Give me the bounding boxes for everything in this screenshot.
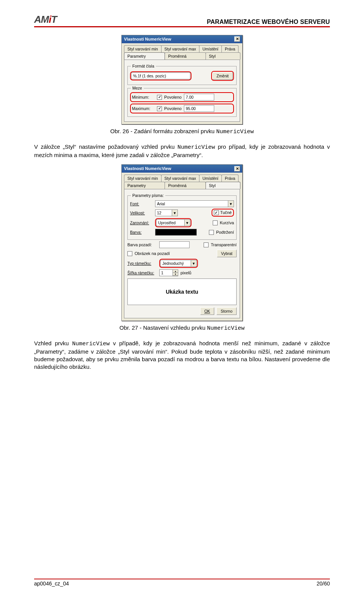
- page-body: Vlastnosti NumericView ✕ Styl varování m…: [34, 35, 330, 371]
- underline-checkbox[interactable]: [209, 230, 214, 235]
- min-label: Minimum:: [132, 94, 155, 100]
- chevron-down-icon[interactable]: ▾: [172, 210, 177, 216]
- underline-label: Podtržení: [216, 230, 234, 235]
- bg-color-swatch[interactable]: [159, 241, 190, 248]
- page-title: PARAMETRIZACE WEBOVÉHO SERVERU: [207, 19, 330, 25]
- bold-label: Tučné: [220, 210, 232, 216]
- tab-promenna[interactable]: Proměnná: [165, 52, 206, 60]
- transparent-checkbox[interactable]: [204, 242, 209, 247]
- dialog-title-2: Vlastnosti NumericView: [124, 166, 171, 171]
- tab-promenna[interactable]: Proměnná: [165, 182, 206, 189]
- min-enabled-label: Povoleno: [164, 94, 182, 100]
- bgimage-checkbox[interactable]: [127, 251, 132, 256]
- tab-prava[interactable]: Práva: [221, 45, 238, 52]
- border-width-label: Šířka rámečku:: [127, 270, 157, 275]
- cancel-button[interactable]: Storno: [217, 307, 237, 315]
- font-label: Font:: [130, 201, 153, 206]
- figure-26-caption: Obr. 26 - Zadání formátu zobrazení prvku…: [34, 127, 330, 136]
- dialog-numericview-params: Vlastnosti NumericView ✕ Styl varování m…: [121, 35, 243, 124]
- footer-doc-id: ap0046_cz_04: [34, 581, 69, 587]
- format-input[interactable]: %.1f (1 des. pozic): [131, 72, 190, 79]
- choose-image-button[interactable]: Vybrat: [217, 250, 237, 257]
- tab-styl[interactable]: Styl: [206, 52, 240, 60]
- tab-umisteni[interactable]: Umístění: [199, 45, 222, 52]
- font-select[interactable]: Arial▾: [155, 200, 234, 207]
- logo: AMiT: [34, 14, 57, 25]
- align-select[interactable]: Uprostřed▾: [156, 219, 190, 226]
- bg-color-label: Barva pozadí:: [127, 242, 157, 247]
- dialog-numericview-styl: Vlastnosti NumericView ✕ Styl varování m…: [121, 164, 243, 321]
- ok-button[interactable]: OK: [200, 307, 214, 315]
- max-label: Maximum:: [132, 106, 155, 111]
- px-label: pixelů: [180, 270, 191, 276]
- tab-styl[interactable]: Styl: [206, 182, 240, 189]
- change-button[interactable]: Změnit: [212, 72, 233, 80]
- tab-parametry[interactable]: Parametry: [124, 182, 165, 189]
- max-enabled-checkbox[interactable]: [157, 106, 162, 111]
- border-width-stepper[interactable]: 1 ▴▾: [159, 269, 178, 276]
- spin-down-icon[interactable]: ▾: [173, 273, 178, 276]
- max-value-input[interactable]: 95.00: [184, 105, 214, 112]
- bgimage-label: Obrázek na pozadí: [135, 251, 170, 256]
- tab-styl-varovani-max[interactable]: Styl varování max: [161, 175, 199, 182]
- tab-styl-varovani-max[interactable]: Styl varování max: [161, 45, 199, 52]
- logo-left: AM: [34, 14, 49, 25]
- min-value-input[interactable]: 7.00: [184, 94, 214, 101]
- paragraph-2: Vzhled prvku NumericView v případě, kdy …: [34, 340, 330, 371]
- text-color-label: Barva:: [130, 230, 153, 235]
- spin-up-icon[interactable]: ▴: [173, 270, 178, 273]
- page-header: AMiT PARAMETRIZACE WEBOVÉHO SERVERU: [34, 14, 330, 27]
- tab-styl-varovani-min[interactable]: Styl varování min: [124, 45, 162, 52]
- max-enabled-label: Povoleno: [164, 106, 182, 112]
- min-enabled-checkbox[interactable]: [157, 95, 162, 100]
- group-format: Formát čísla: [131, 63, 156, 69]
- border-type-label: Typ rámečku:: [127, 261, 157, 266]
- tab-parametry[interactable]: Parametry: [124, 52, 165, 60]
- chevron-down-icon[interactable]: ▾: [228, 201, 234, 207]
- preview-box: Ukázka textu: [127, 278, 237, 305]
- border-type-select[interactable]: Jednoduchý▾: [160, 260, 197, 267]
- footer-page-number: 20/60: [317, 581, 330, 587]
- page-footer: ap0046_cz_04 20/60: [34, 579, 330, 587]
- preview-text: Ukázka textu: [166, 288, 198, 296]
- transparent-label: Transparentní: [211, 242, 237, 248]
- align-label: Zarovnání:: [130, 220, 153, 225]
- paragraph-1: V záložce „Styl“ nastavíme požadovaný vz…: [34, 143, 330, 159]
- dialog-title: Vlastnosti NumericView: [124, 36, 171, 42]
- chevron-down-icon[interactable]: ▾: [184, 220, 190, 226]
- close-icon[interactable]: ✕: [234, 166, 240, 171]
- group-bounds: Meze: [131, 85, 144, 91]
- tab-prava[interactable]: Práva: [221, 175, 238, 182]
- size-label: Velikost:: [130, 210, 153, 216]
- group-font: Parametry písma:: [131, 193, 165, 198]
- logo-right: T: [51, 14, 57, 25]
- chevron-down-icon[interactable]: ▾: [191, 260, 196, 266]
- italic-label: Kurzíva: [220, 220, 234, 226]
- close-icon[interactable]: ✕: [234, 36, 240, 42]
- tab-umisteni[interactable]: Umístění: [199, 175, 222, 182]
- size-select[interactable]: 12▾: [155, 209, 178, 216]
- italic-checkbox[interactable]: [213, 220, 218, 225]
- tab-styl-varovani-min[interactable]: Styl varování min: [124, 175, 162, 182]
- text-color-swatch[interactable]: [155, 229, 197, 236]
- figure-27-caption: Obr. 27 - Nastavení vzhledu prvku Numeri…: [34, 324, 330, 332]
- bold-checkbox[interactable]: [214, 210, 219, 215]
